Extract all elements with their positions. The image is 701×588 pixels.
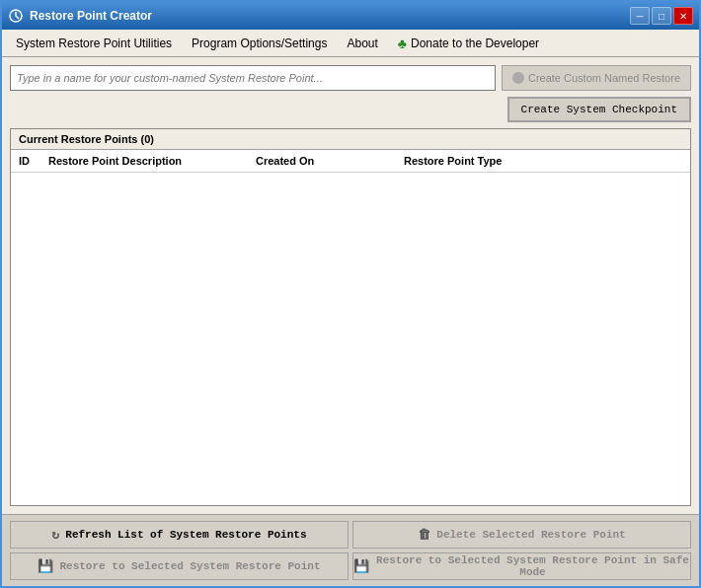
restore-name-input[interactable] bbox=[10, 65, 496, 91]
donate-icon: ♣ bbox=[398, 36, 407, 51]
restore-safe-icon: 💾 bbox=[353, 558, 369, 574]
title-bar-left: Restore Point Creator bbox=[8, 8, 152, 24]
col-id-header: ID bbox=[11, 153, 40, 169]
table-body bbox=[11, 173, 690, 505]
maximize-button[interactable]: □ bbox=[652, 7, 671, 25]
checkpoint-row: Create System Checkpoint bbox=[10, 97, 691, 122]
menu-bar: System Restore Point Utilities Program O… bbox=[2, 30, 699, 57]
restore-safe-button[interactable]: 💾 Restore to Selected System Restore Poi… bbox=[352, 552, 691, 580]
title-bar: Restore Point Creator ─ □ ✕ bbox=[2, 2, 699, 30]
input-row: Create Custom Named Restore bbox=[10, 65, 691, 91]
col-desc-header: Restore Point Description bbox=[40, 153, 248, 169]
menu-about[interactable]: About bbox=[337, 33, 387, 54]
menu-utilities[interactable]: System Restore Point Utilities bbox=[6, 33, 182, 54]
close-button[interactable]: ✕ bbox=[673, 7, 693, 25]
window-controls: ─ □ ✕ bbox=[630, 7, 693, 25]
restore-button[interactable]: 💾 Restore to Selected System Restore Poi… bbox=[10, 552, 349, 580]
delete-icon: 🗑 bbox=[418, 528, 430, 543]
custom-btn-icon bbox=[512, 72, 524, 84]
bottom-bar: ↻ Refresh List of System Restore Points … bbox=[2, 514, 699, 586]
restore-label: Restore to Selected System Restore Point bbox=[59, 560, 320, 572]
delete-button[interactable]: 🗑 Delete Selected Restore Point bbox=[352, 521, 691, 549]
create-checkpoint-button[interactable]: Create System Checkpoint bbox=[507, 97, 691, 122]
refresh-icon: ↻ bbox=[51, 527, 59, 543]
refresh-button[interactable]: ↻ Refresh List of System Restore Points bbox=[10, 521, 349, 549]
main-content: Create Custom Named Restore Create Syste… bbox=[2, 57, 699, 514]
menu-donate-label: Donate to the Developer bbox=[411, 37, 539, 50]
col-created-header: Created On bbox=[248, 153, 396, 169]
create-custom-label: Create Custom Named Restore bbox=[528, 72, 680, 84]
restore-icon: 💾 bbox=[38, 558, 53, 574]
minimize-button[interactable]: ─ bbox=[630, 7, 650, 25]
table-section-header: Current Restore Points (0) bbox=[11, 129, 690, 150]
app-window: Restore Point Creator ─ □ ✕ System Resto… bbox=[0, 0, 701, 588]
col-type-header: Restore Point Type bbox=[396, 153, 690, 169]
delete-label: Delete Selected Restore Point bbox=[436, 529, 625, 541]
restore-safe-label: Restore to Selected System Restore Point… bbox=[375, 554, 690, 578]
app-icon bbox=[8, 8, 24, 24]
create-custom-button[interactable]: Create Custom Named Restore bbox=[502, 65, 691, 91]
window-title: Restore Point Creator bbox=[30, 9, 152, 23]
table-header: ID Restore Point Description Created On … bbox=[11, 150, 690, 173]
menu-donate[interactable]: ♣ Donate to the Developer bbox=[388, 32, 549, 55]
create-checkpoint-label: Create System Checkpoint bbox=[521, 104, 677, 115]
restore-points-table-section: Current Restore Points (0) ID Restore Po… bbox=[10, 128, 691, 506]
refresh-label: Refresh List of System Restore Points bbox=[65, 529, 306, 541]
menu-settings[interactable]: Program Options/Settings bbox=[182, 33, 337, 54]
